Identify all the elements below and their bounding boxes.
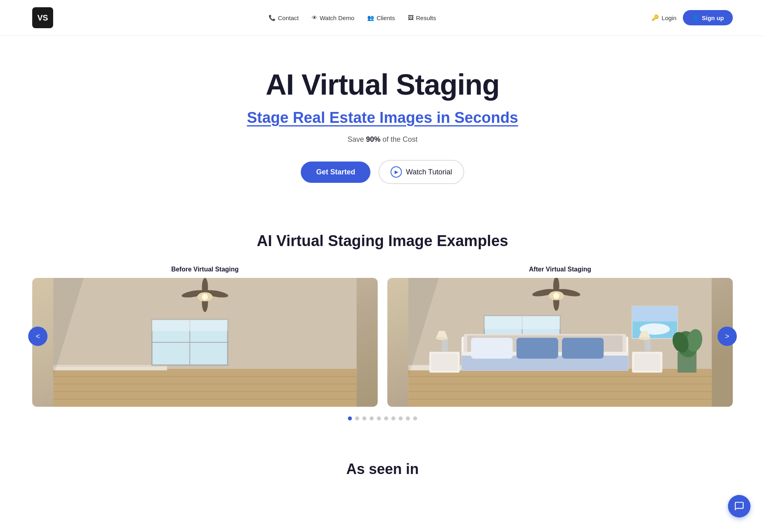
svg-rect-58 — [645, 339, 651, 352]
navbar: VS 📞 Contact 👁 Watch Demo 👥 Clients 🖼 Re… — [0, 0, 765, 36]
carousel-prev-button[interactable]: < — [28, 327, 48, 346]
play-icon: ▶ — [391, 166, 402, 178]
as-seen-in-title: As seen in — [8, 461, 757, 478]
nav-results[interactable]: 🖼 Results — [408, 14, 436, 21]
eye-icon: 👁 — [312, 14, 317, 21]
svg-rect-50 — [562, 338, 604, 359]
examples-title: AI Virtual Staging Image Examples — [32, 232, 733, 250]
dot-9[interactable] — [413, 416, 417, 420]
svg-point-60 — [639, 337, 651, 340]
dot-4[interactable] — [377, 416, 381, 420]
svg-rect-53 — [442, 339, 448, 352]
dot-8[interactable] — [406, 416, 410, 420]
hero-description: Save 90% of the Cost — [8, 135, 757, 144]
signup-button[interactable]: 👤 Sign up — [683, 10, 733, 25]
dot-5[interactable] — [384, 416, 388, 420]
before-label: Before Virtual Staging — [171, 266, 239, 273]
watch-tutorial-button[interactable]: ▶ Watch Tutorial — [378, 160, 464, 184]
svg-rect-49 — [517, 338, 558, 359]
images-wrapper: Before Virtual Staging — [32, 266, 733, 407]
svg-rect-32 — [484, 316, 560, 329]
nav-watch-demo[interactable]: 👁 Watch Demo — [312, 14, 354, 21]
chat-bubble[interactable] — [728, 495, 751, 518]
as-seen-in-section: As seen in — [0, 437, 765, 494]
hero-buttons: Get Started ▶ Watch Tutorial — [8, 160, 757, 184]
hero-title: AI Virtual Staging — [8, 68, 757, 101]
image-icon: 🖼 — [408, 14, 414, 21]
svg-rect-23 — [409, 369, 712, 407]
hero-section: AI Virtual Staging Stage Real Estate Ima… — [0, 36, 765, 208]
chat-icon — [734, 501, 744, 511]
dot-2[interactable] — [362, 416, 366, 420]
svg-rect-48 — [471, 338, 513, 359]
dot-1[interactable] — [355, 416, 359, 420]
svg-rect-34 — [632, 306, 678, 322]
nav-links: 📞 Contact 👁 Watch Demo 👥 Clients 🖼 Resul… — [269, 14, 436, 21]
phone-icon: 📞 — [269, 14, 275, 21]
logo[interactable]: VS — [32, 7, 53, 28]
hero-subtitle: Stage Real Estate Images in Seconds — [8, 109, 757, 126]
dot-6[interactable] — [391, 416, 395, 420]
before-image — [32, 278, 378, 407]
svg-point-19 — [202, 294, 208, 300]
svg-rect-12 — [152, 320, 227, 331]
get-started-button[interactable]: Get Started — [301, 161, 370, 183]
after-label: After Virtual Staging — [529, 266, 591, 273]
nav-actions: 🔑 Login 👤 Sign up — [651, 10, 733, 25]
login-icon: 🔑 — [651, 14, 659, 21]
nav-contact[interactable]: 📞 Contact — [269, 14, 299, 21]
login-button[interactable]: 🔑 Login — [651, 14, 676, 21]
examples-section: AI Virtual Staging Image Examples < Befo… — [0, 208, 765, 437]
dot-0[interactable] — [348, 416, 352, 420]
svg-rect-8 — [54, 366, 167, 366]
svg-rect-57 — [634, 354, 661, 371]
svg-point-42 — [553, 293, 559, 299]
before-panel: Before Virtual Staging — [32, 266, 378, 407]
dot-3[interactable] — [370, 416, 374, 420]
users-icon: 👥 — [367, 14, 374, 21]
signup-icon: 👤 — [692, 14, 699, 21]
carousel: < Before Virtual Staging — [32, 266, 733, 407]
carousel-dots — [32, 416, 733, 420]
carousel-next-button[interactable]: > — [717, 327, 737, 346]
nav-clients[interactable]: 👥 Clients — [367, 14, 395, 21]
dot-7[interactable] — [399, 416, 403, 420]
svg-point-55 — [436, 337, 448, 340]
after-image — [387, 278, 733, 407]
svg-rect-52 — [431, 354, 458, 371]
after-panel: After Virtual Staging — [387, 266, 733, 407]
svg-rect-2 — [54, 369, 357, 407]
